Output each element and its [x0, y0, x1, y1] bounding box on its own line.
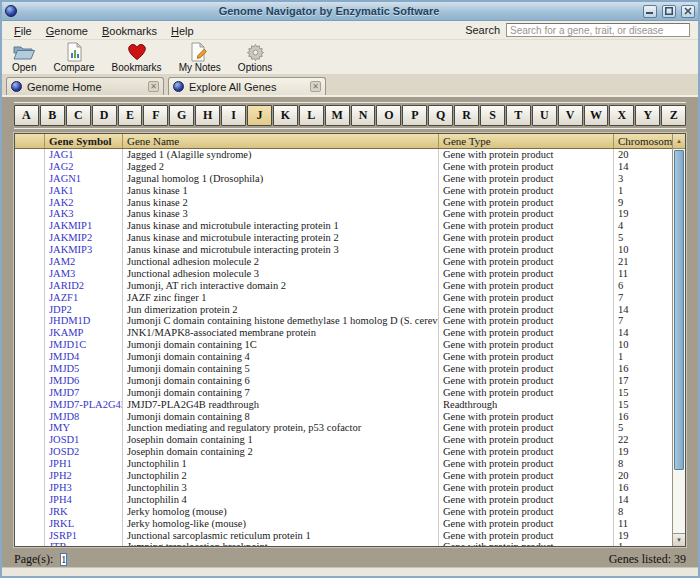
scrollbar-thumb[interactable] [674, 150, 684, 470]
column-header-gene-type[interactable]: Gene Type [439, 134, 614, 148]
tab-genome-home[interactable]: Genome Home✕ [6, 77, 164, 95]
gene-symbol-link[interactable]: JAK1 [45, 185, 123, 197]
gene-symbol-link[interactable]: JPH1 [45, 458, 123, 470]
letter-button-l[interactable]: L [299, 105, 324, 126]
letter-button-t[interactable]: T [506, 105, 531, 126]
table-row[interactable]: JPH2Junctophilin 2Gene with protein prod… [15, 470, 672, 482]
table-row[interactable]: JRKLJerky homolog-like (mouse)Gene with … [15, 518, 672, 530]
table-row[interactable]: JMYJunction mediating and regulatory pro… [15, 422, 672, 434]
letter-button-y[interactable]: Y [635, 105, 660, 126]
letter-button-v[interactable]: V [558, 105, 583, 126]
gene-symbol-link[interactable]: JOSD2 [45, 446, 123, 458]
table-row[interactable]: JPH3Junctophilin 3Gene with protein prod… [15, 482, 672, 494]
letter-button-d[interactable]: D [92, 105, 117, 126]
table-row[interactable]: JAG1Jagged 1 (Alagille syndrome)Gene wit… [15, 149, 672, 161]
letter-button-m[interactable]: M [325, 105, 350, 126]
gene-symbol-link[interactable]: JAG2 [45, 161, 123, 173]
letter-button-h[interactable]: H [195, 105, 220, 126]
letter-button-z[interactable]: Z [661, 105, 686, 126]
gene-symbol-link[interactable]: JARID2 [45, 280, 123, 292]
table-row[interactable]: JMJD5Jumonji domain containing 5Gene wit… [15, 363, 672, 375]
table-row[interactable]: JMJD1CJumonji domain containing 1CGene w… [15, 339, 672, 351]
letter-button-o[interactable]: O [376, 105, 401, 126]
letter-button-u[interactable]: U [532, 105, 557, 126]
table-row[interactable]: JDP2Jun dimerization protein 2Gene with … [15, 304, 672, 316]
maximize-button[interactable] [662, 5, 676, 18]
tab-close-icon[interactable]: ✕ [310, 81, 321, 92]
gene-symbol-link[interactable]: JMJD8 [45, 411, 123, 423]
table-row[interactable]: JAM3Junctional adhesion molecule 3Gene w… [15, 268, 672, 280]
gene-symbol-link[interactable]: JMJD6 [45, 375, 123, 387]
table-row[interactable]: JMJD4Jumonji domain containing 4Gene wit… [15, 351, 672, 363]
gene-symbol-link[interactable]: JAG1 [45, 149, 123, 161]
gene-symbol-link[interactable]: JSRP1 [45, 530, 123, 542]
table-row[interactable]: JAM2Junctional adhesion molecule 2Gene w… [15, 256, 672, 268]
menu-item-bookmarks[interactable]: Bookmarks [95, 24, 164, 38]
search-input[interactable] [506, 23, 690, 37]
options-button[interactable]: Options [232, 40, 278, 74]
menu-item-file[interactable]: File [7, 24, 39, 38]
table-row[interactable]: JHDM1DJumonji C domain containing histon… [15, 315, 672, 327]
letter-button-c[interactable]: C [66, 105, 91, 126]
gene-symbol-link[interactable]: JMJD5 [45, 363, 123, 375]
table-row[interactable]: JOSD1Josephin domain containing 1Gene wi… [15, 434, 672, 446]
letter-button-s[interactable]: S [480, 105, 505, 126]
letter-button-i[interactable]: I [221, 105, 246, 126]
menu-item-help[interactable]: Help [164, 24, 201, 38]
table-row[interactable]: JAKMIP2Janus kinase and microtubule inte… [15, 232, 672, 244]
gene-symbol-link[interactable]: JAM2 [45, 256, 123, 268]
letter-button-k[interactable]: K [273, 105, 298, 126]
gene-symbol-link[interactable]: JKAMP [45, 327, 123, 339]
table-row[interactable]: JPH1Junctophilin 1Gene with protein prod… [15, 458, 672, 470]
gene-symbol-link[interactable]: JMJD7 [45, 387, 123, 399]
gene-symbol-link[interactable]: JAK2 [45, 197, 123, 209]
letter-button-x[interactable]: X [609, 105, 634, 126]
table-row[interactable]: JARID2Jumonji, AT rich interactive domai… [15, 280, 672, 292]
table-row[interactable]: JPH4Junctophilin 4Gene with protein prod… [15, 494, 672, 506]
my-notes-button[interactable]: My Notes [173, 40, 227, 74]
column-header-gene-name[interactable]: Gene Name [123, 134, 439, 148]
menu-item-genome[interactable]: Genome [39, 24, 95, 38]
table-row[interactable]: JAK1Janus kinase 1Gene with protein prod… [15, 185, 672, 197]
letter-button-n[interactable]: N [351, 105, 376, 126]
gene-symbol-link[interactable]: JMJD7-PLA2G4B [45, 399, 123, 411]
table-row[interactable]: JAGN1Jagunal homolog 1 (Drosophila)Gene … [15, 173, 672, 185]
close-button[interactable] [681, 5, 695, 18]
table-row[interactable]: JMJD8Jumonji domain containing 8Gene wit… [15, 411, 672, 423]
table-row[interactable]: JSRP1Junctional sarcoplasmic reticulum p… [15, 530, 672, 542]
gene-symbol-link[interactable]: JMJD4 [45, 351, 123, 363]
gene-symbol-link[interactable]: JRK [45, 506, 123, 518]
letter-button-e[interactable]: E [118, 105, 143, 126]
gene-symbol-link[interactable]: JAKMIP3 [45, 244, 123, 256]
table-row[interactable]: JAG2Jagged 2Gene with protein product14 [15, 161, 672, 173]
letter-button-f[interactable]: F [143, 105, 168, 126]
gene-symbol-link[interactable]: JMJD1C [45, 339, 123, 351]
gene-symbol-link[interactable]: JAZF1 [45, 292, 123, 304]
table-row[interactable]: JAK3Janus kinase 3Gene with protein prod… [15, 208, 672, 220]
gene-symbol-link[interactable]: JHDM1D [45, 315, 123, 327]
table-row[interactable]: JRKJerky homolog (mouse)Gene with protei… [15, 506, 672, 518]
letter-button-b[interactable]: B [40, 105, 65, 126]
letter-button-g[interactable]: G [169, 105, 194, 126]
table-row[interactable]: JAKMIP1Janus kinase and microtubule inte… [15, 220, 672, 232]
gene-symbol-link[interactable]: JTB [45, 541, 123, 546]
table-row[interactable]: JKAMPJNK1/MAPK8-associated membrane prot… [15, 327, 672, 339]
scroll-up-button[interactable]: ▲ [673, 134, 685, 149]
letter-button-w[interactable]: W [584, 105, 609, 126]
gene-symbol-link[interactable]: JRKL [45, 518, 123, 530]
scroll-down-button[interactable]: ▼ [673, 533, 685, 546]
table-row[interactable]: JAZF1JAZF zinc finger 1Gene with protein… [15, 292, 672, 304]
table-row[interactable]: JTBJumping translocation breakpointGene … [15, 541, 672, 546]
gene-symbol-link[interactable]: JDP2 [45, 304, 123, 316]
gene-symbol-link[interactable]: JAK3 [45, 208, 123, 220]
gene-symbol-link[interactable]: JAKMIP1 [45, 220, 123, 232]
gene-symbol-link[interactable]: JAGN1 [45, 173, 123, 185]
table-row[interactable]: JMJD6Jumonji domain containing 6Gene wit… [15, 375, 672, 387]
letter-button-a[interactable]: A [14, 105, 39, 126]
gene-symbol-link[interactable]: JPH4 [45, 494, 123, 506]
bookmarks-button[interactable]: Bookmarks [106, 40, 168, 74]
gene-symbol-link[interactable]: JMY [45, 422, 123, 434]
gene-symbol-link[interactable]: JAM3 [45, 268, 123, 280]
table-row[interactable]: JAK2Janus kinase 2Gene with protein prod… [15, 197, 672, 209]
tab-explore-all-genes[interactable]: Explore All Genes✕ [168, 77, 326, 95]
